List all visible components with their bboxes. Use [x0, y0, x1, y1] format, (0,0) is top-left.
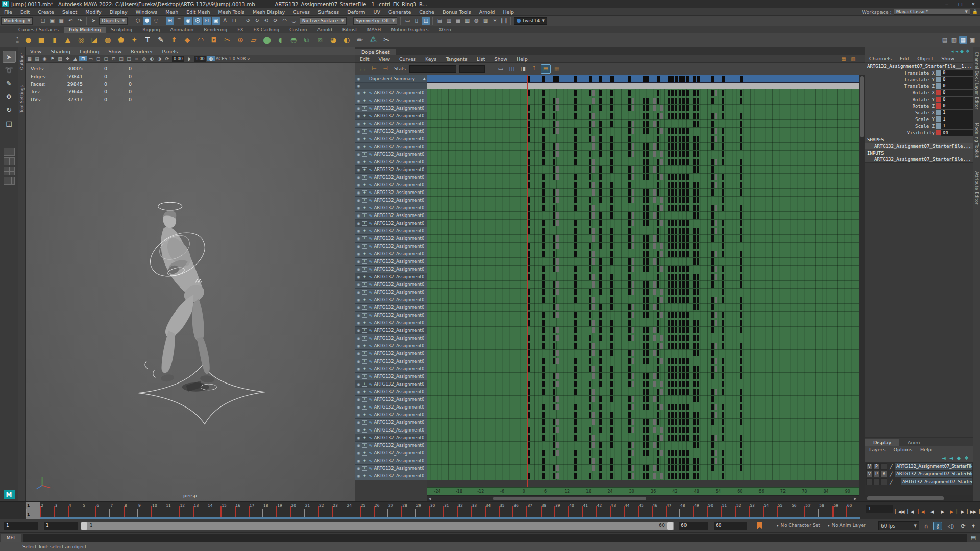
keyframe[interactable]	[610, 381, 613, 387]
keyframe[interactable]	[697, 121, 699, 127]
scale-tool-icon[interactable]: ◱	[3, 117, 16, 129]
keyframe[interactable]	[574, 182, 577, 188]
keyframe-row[interactable]	[427, 457, 859, 465]
keyframe[interactable]	[740, 465, 742, 471]
viewport-menu-view[interactable]: View	[26, 49, 46, 54]
keyframe[interactable]	[592, 166, 595, 173]
keyframe[interactable]	[740, 182, 742, 188]
keyframe[interactable]	[682, 251, 685, 257]
keyframe[interactable]	[740, 90, 742, 96]
keyframe[interactable]	[574, 128, 577, 134]
keyframe[interactable]	[646, 465, 649, 471]
keyframe[interactable]	[657, 159, 659, 165]
expand-icon[interactable]: +	[362, 443, 368, 448]
keyframe[interactable]	[553, 281, 555, 288]
keyframe[interactable]	[671, 197, 674, 203]
channel-slider-mode-icon[interactable]: ◂	[951, 49, 954, 54]
outliner-row[interactable]: ◉+∿ARTG132_Assignment0	[355, 120, 427, 128]
keyframe[interactable]	[643, 189, 645, 196]
keyframe[interactable]	[722, 274, 724, 280]
keyframe[interactable]	[628, 312, 631, 318]
keyframe[interactable]	[657, 128, 659, 134]
shelf-tab-sculpting[interactable]: Sculpting	[106, 27, 137, 33]
keyframe[interactable]	[589, 404, 591, 410]
playback-start-field[interactable]: 1	[44, 522, 78, 530]
keyframe[interactable]	[675, 335, 677, 341]
keyframe[interactable]	[646, 258, 649, 265]
expand-icon[interactable]: +	[362, 183, 368, 187]
keyframe[interactable]	[643, 289, 645, 295]
keyframe[interactable]	[740, 174, 742, 180]
keyframe[interactable]	[693, 90, 696, 96]
keyframe[interactable]	[542, 427, 545, 433]
keyframe-row[interactable]	[427, 472, 859, 480]
keyframe[interactable]	[675, 412, 677, 418]
keyframe[interactable]	[542, 419, 545, 425]
keyframe[interactable]	[553, 174, 555, 180]
time-tick-17[interactable]: 17	[249, 502, 262, 519]
keyframe[interactable]	[668, 297, 670, 303]
expand-icon[interactable]: +	[362, 374, 368, 379]
keyframe[interactable]	[632, 473, 634, 479]
range-slider-bar[interactable]: 1 60	[81, 522, 674, 530]
exposure-field[interactable]: 0.00	[172, 56, 184, 62]
keyframe[interactable]	[628, 350, 631, 356]
keyframe[interactable]	[740, 121, 742, 127]
expand-icon[interactable]: +	[362, 152, 368, 157]
expand-icon[interactable]: +	[362, 252, 368, 256]
keyframe[interactable]	[679, 159, 681, 165]
keyframe[interactable]	[668, 189, 670, 196]
keyframe[interactable]	[556, 220, 559, 226]
keyframe[interactable]	[556, 381, 559, 387]
keyframe[interactable]	[574, 228, 577, 234]
shape-node-name[interactable]: ARTG132_Assignment07_StarterFile...	[865, 143, 973, 149]
keyframe[interactable]	[693, 320, 696, 326]
keyframe[interactable]	[574, 373, 577, 379]
expand-icon[interactable]: +	[362, 328, 368, 333]
keyframe[interactable]	[697, 166, 699, 173]
shelf-menu-icon[interactable]: ▾≡	[13, 34, 21, 46]
keyframe[interactable]	[671, 251, 674, 257]
keyframe[interactable]	[686, 90, 689, 96]
range-end-handle[interactable]	[667, 522, 673, 530]
keyframe[interactable]	[711, 396, 714, 402]
keyframe[interactable]	[679, 197, 681, 203]
keyframe[interactable]	[697, 412, 699, 418]
keyframe[interactable]	[632, 419, 634, 425]
keyframe[interactable]	[646, 327, 649, 333]
keyframe[interactable]	[722, 465, 724, 471]
time-tick-10[interactable]: 10	[151, 502, 165, 519]
keyframe[interactable]	[653, 258, 656, 265]
keyframe[interactable]	[599, 404, 602, 410]
menu-mesh-display[interactable]: Mesh Display	[249, 9, 289, 15]
keyframe[interactable]	[668, 251, 670, 257]
menu-display[interactable]: Display	[106, 9, 132, 15]
keyframe[interactable]	[589, 473, 591, 479]
select-component-icon[interactable]: ◌	[152, 17, 160, 25]
keyframe[interactable]	[632, 427, 634, 433]
keyframe[interactable]	[740, 442, 742, 448]
keyframe[interactable]	[574, 358, 577, 364]
keyframe[interactable]	[693, 442, 696, 448]
keyframe[interactable]	[675, 235, 677, 242]
keyframe[interactable]	[711, 366, 714, 372]
keyframe[interactable]	[686, 427, 689, 433]
keyframe[interactable]	[715, 343, 717, 349]
keyframe[interactable]	[671, 312, 674, 318]
keyframe[interactable]	[697, 396, 699, 402]
channel-box-menu-channels[interactable]: Channels	[865, 56, 896, 61]
keyframe[interactable]	[660, 343, 663, 349]
keyframe[interactable]	[686, 320, 689, 326]
keyframe[interactable]	[556, 281, 559, 288]
keyframe-row[interactable]	[427, 158, 859, 166]
center-current-time-icon[interactable]: ◨	[518, 64, 528, 74]
keyframe[interactable]	[610, 373, 613, 379]
keyframe[interactable]	[610, 389, 613, 395]
time-tick-51[interactable]: 51	[721, 502, 735, 519]
keyframe[interactable]	[643, 465, 645, 471]
keyframe[interactable]	[722, 473, 724, 479]
keyframe[interactable]	[686, 435, 689, 441]
keyframe[interactable]	[610, 343, 613, 349]
expand-icon[interactable]: +	[362, 290, 368, 295]
keyframe[interactable]	[589, 243, 591, 249]
